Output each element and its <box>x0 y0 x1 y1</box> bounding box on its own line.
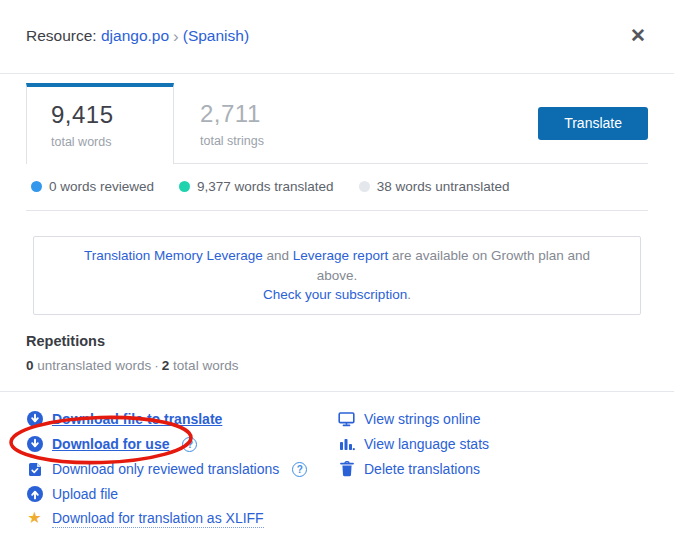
download-circle-icon <box>26 411 43 427</box>
tab-total-words[interactable]: 9,415 total words <box>26 83 174 164</box>
list-item: ★ Download untranslated strings as XLIFF <box>26 532 338 536</box>
list-item: Download for use ? <box>26 432 338 457</box>
stats-tab-bar: 9,415 total words 2,711 total strings Tr… <box>26 83 648 164</box>
legend-reviewed-text: 0 words reviewed <box>49 179 154 194</box>
monitor-icon <box>338 411 355 427</box>
words-legend: 0 words reviewed 9,377 words translated … <box>31 179 648 194</box>
close-icon[interactable]: ✕ <box>628 24 648 47</box>
repetitions-section: Repetitions 0 untranslated words·2 total… <box>26 333 648 373</box>
resource-name-link[interactable]: django.po <box>101 27 169 44</box>
delete-translations-link[interactable]: Delete translations <box>364 461 480 477</box>
legend-item-translated: 9,377 words translated <box>179 179 334 194</box>
bar-chart-icon <box>338 437 355 452</box>
tm-leverage-link[interactable]: Translation Memory Leverage <box>84 248 263 263</box>
untranslated-dot-icon <box>359 181 370 192</box>
view-actions-column: View strings online View language stats … <box>338 407 648 536</box>
repetitions-total-label: total words <box>169 358 238 373</box>
divider <box>26 210 648 211</box>
reviewed-dot-icon <box>31 181 42 192</box>
check-subscription-link[interactable]: Check your subscription <box>263 287 407 302</box>
document-check-icon <box>26 462 43 477</box>
help-icon[interactable]: ? <box>292 462 307 477</box>
view-strings-online-link[interactable]: View strings online <box>364 411 480 427</box>
title-prefix: Resource: <box>26 27 101 44</box>
download-circle-icon <box>26 436 43 452</box>
trash-icon <box>338 461 355 477</box>
download-file-to-translate-link[interactable]: Download file to translate <box>52 411 222 427</box>
star-icon: ★ <box>26 510 43 526</box>
legend-item-untranslated: 38 words untranslated <box>359 179 510 194</box>
total-words-label: total words <box>51 135 149 149</box>
upload-file-link[interactable]: Upload file <box>52 486 118 502</box>
language-link[interactable]: (Spanish) <box>183 27 249 44</box>
list-item: ★ Download for translation as XLIFF <box>26 507 338 532</box>
download-reviewed-translations-link[interactable]: Download only reviewed translations <box>52 461 279 477</box>
total-strings-value: 2,711 <box>200 100 264 128</box>
legend-item-reviewed: 0 words reviewed <box>31 179 154 194</box>
modal-header: Resource: django.po›(Spanish) ✕ <box>0 0 674 74</box>
notice-text: and <box>263 248 293 263</box>
total-strings-label: total strings <box>200 134 264 148</box>
repetitions-untranslated-label: untranslated words <box>34 358 152 373</box>
legend-untranslated-text: 38 words untranslated <box>377 179 510 194</box>
repetitions-stats: 0 untranslated words·2 total words <box>26 358 648 373</box>
view-language-stats-link[interactable]: View language stats <box>364 436 489 452</box>
repetitions-untranslated-count: 0 <box>26 358 34 373</box>
list-item: Download only reviewed translations ? <box>26 457 338 482</box>
upload-circle-icon <box>26 486 43 502</box>
download-translation-xliff-link[interactable]: Download for translation as XLIFF <box>52 510 264 528</box>
page-title: Resource: django.po›(Spanish) <box>26 26 249 46</box>
list-item: Delete translations <box>338 457 648 482</box>
actions-section: Download file to translate Download for … <box>0 392 674 536</box>
chevron-right-icon: › <box>169 27 183 46</box>
list-item: Download file to translate <box>26 407 338 432</box>
resource-modal: Resource: django.po›(Spanish) ✕ 9,415 to… <box>0 0 674 536</box>
translate-button[interactable]: Translate <box>538 107 648 140</box>
legend-translated-text: 9,377 words translated <box>197 179 334 194</box>
list-item: Upload file <box>26 482 338 507</box>
tab-total-strings[interactable]: 2,711 total strings <box>176 83 288 163</box>
help-icon[interactable]: ? <box>182 437 197 452</box>
plan-notice: Translation Memory Leverage and Leverage… <box>33 236 641 315</box>
download-for-use-link[interactable]: Download for use <box>52 436 169 452</box>
total-words-value: 9,415 <box>51 101 149 129</box>
notice-period: . <box>407 287 411 302</box>
list-item: View language stats <box>338 432 648 457</box>
leverage-report-link[interactable]: Leverage report <box>293 248 388 263</box>
list-item: View strings online <box>338 407 648 432</box>
translated-dot-icon <box>179 181 190 192</box>
file-actions-column: Download file to translate Download for … <box>26 407 338 536</box>
repetitions-title: Repetitions <box>26 333 648 349</box>
dot-separator: · <box>151 358 162 373</box>
